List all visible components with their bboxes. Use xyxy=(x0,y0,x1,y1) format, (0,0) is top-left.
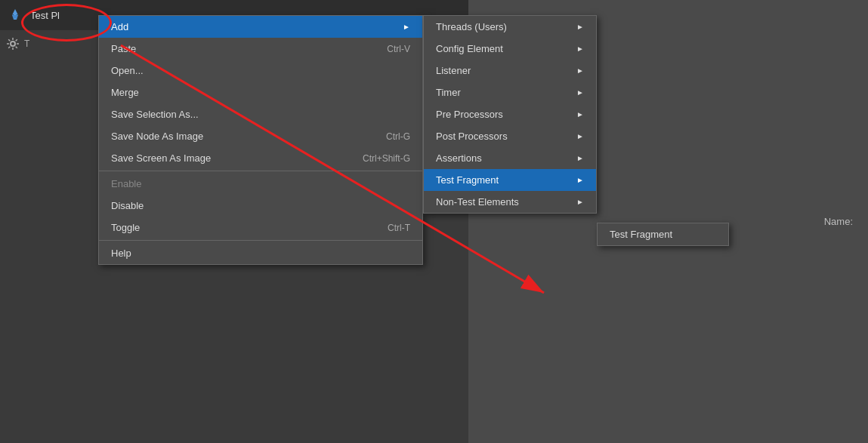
secondary-context-menu: Threads (Users) ► Config Element ► Liste… xyxy=(423,15,597,214)
menu-item-toggle-shortcut: Ctrl-T xyxy=(388,223,410,233)
app-icon xyxy=(6,6,24,24)
menu-item-paste[interactable]: Paste Ctrl-V xyxy=(99,38,422,60)
menu-item-open-label: Open... xyxy=(111,65,144,76)
submenu-item-listener[interactable]: Listener ► xyxy=(424,60,596,82)
submenu-item-timer-label: Timer xyxy=(436,87,461,98)
submenu-item-test-fragment[interactable]: Test Fragment ► xyxy=(424,169,596,191)
menu-item-save-selection[interactable]: Save Selection As... xyxy=(99,103,422,125)
submenu-item-config-label: Config Element xyxy=(436,43,503,54)
tertiary-item-test-fragment[interactable]: Test Fragment xyxy=(598,223,728,245)
menu-item-toggle[interactable]: Toggle Ctrl-T xyxy=(99,217,422,238)
submenu-item-config[interactable]: Config Element ► xyxy=(424,38,596,60)
submenu-item-non-test[interactable]: Non-Test Elements ► xyxy=(424,191,596,213)
submenu-item-pre-processors[interactable]: Pre Processors ► xyxy=(424,103,596,125)
menu-separator-1 xyxy=(99,171,422,171)
submenu-item-listener-arrow: ► xyxy=(576,66,584,75)
menu-item-save-screen-image[interactable]: Save Screen As Image Ctrl+Shift-G xyxy=(99,147,422,169)
tertiary-item-test-fragment-label: Test Fragment xyxy=(610,229,672,240)
tertiary-context-menu: Test Fragment xyxy=(597,223,729,246)
submenu-item-pre-processors-arrow: ► xyxy=(576,110,584,118)
menu-item-help-label: Help xyxy=(111,248,131,259)
menu-item-open[interactable]: Open... xyxy=(99,60,422,82)
menu-item-save-node-image[interactable]: Save Node As Image Ctrl-G xyxy=(99,125,422,147)
gear-row-label: T xyxy=(24,38,29,49)
submenu-item-non-test-arrow: ► xyxy=(576,198,584,206)
submenu-item-listener-label: Listener xyxy=(436,65,471,76)
menu-item-enable: Enable xyxy=(99,173,422,195)
submenu-item-threads[interactable]: Threads (Users) ► xyxy=(424,16,596,38)
submenu-item-threads-label: Threads (Users) xyxy=(436,21,507,32)
menu-item-add[interactable]: Add ► xyxy=(99,16,422,38)
menu-item-toggle-label: Toggle xyxy=(111,222,140,233)
svg-point-3 xyxy=(11,42,15,46)
menu-item-merge-label: Merge xyxy=(111,87,139,98)
menu-item-enable-label: Enable xyxy=(111,178,141,189)
submenu-item-post-processors-arrow: ► xyxy=(576,132,584,140)
menu-item-add-arrow: ► xyxy=(403,23,410,31)
menu-item-save-screen-image-label: Save Screen As Image xyxy=(111,152,211,164)
submenu-item-post-processors[interactable]: Post Processors ► xyxy=(424,125,596,147)
menu-item-save-node-image-shortcut: Ctrl-G xyxy=(386,131,410,142)
submenu-item-test-fragment-arrow: ► xyxy=(576,176,584,184)
gear-icon xyxy=(6,37,20,51)
submenu-item-post-processors-label: Post Processors xyxy=(436,131,508,142)
submenu-item-config-arrow: ► xyxy=(576,45,584,53)
menu-item-save-node-image-label: Save Node As Image xyxy=(111,131,203,142)
menu-item-save-selection-label: Save Selection As... xyxy=(111,109,199,120)
menu-item-paste-label: Paste xyxy=(111,43,136,54)
primary-context-menu: Add ► Paste Ctrl-V Open... Merge Save Se… xyxy=(98,15,423,265)
menu-item-merge[interactable]: Merge xyxy=(99,82,422,103)
submenu-item-test-fragment-label: Test Fragment xyxy=(436,174,499,186)
menu-separator-2 xyxy=(99,240,422,241)
submenu-item-assertions-label: Assertions xyxy=(436,152,482,164)
submenu-item-timer-arrow: ► xyxy=(576,88,584,97)
submenu-item-threads-arrow: ► xyxy=(576,23,584,31)
submenu-item-pre-processors-label: Pre Processors xyxy=(436,109,503,120)
menu-item-save-screen-image-shortcut: Ctrl+Shift-G xyxy=(363,153,410,164)
menu-item-add-label: Add xyxy=(111,21,128,32)
menu-item-disable-label: Disable xyxy=(111,200,144,211)
submenu-item-assertions[interactable]: Assertions ► xyxy=(424,147,596,169)
submenu-item-assertions-arrow: ► xyxy=(576,154,584,162)
name-field-label: Name: xyxy=(824,216,853,227)
menu-item-help[interactable]: Help xyxy=(99,242,422,264)
submenu-item-timer[interactable]: Timer ► xyxy=(424,82,596,103)
menu-item-disable[interactable]: Disable xyxy=(99,195,422,217)
menu-item-paste-shortcut: Ctrl-V xyxy=(387,44,410,54)
submenu-item-non-test-label: Non-Test Elements xyxy=(436,196,519,208)
app-title: Test Pl xyxy=(30,10,60,21)
